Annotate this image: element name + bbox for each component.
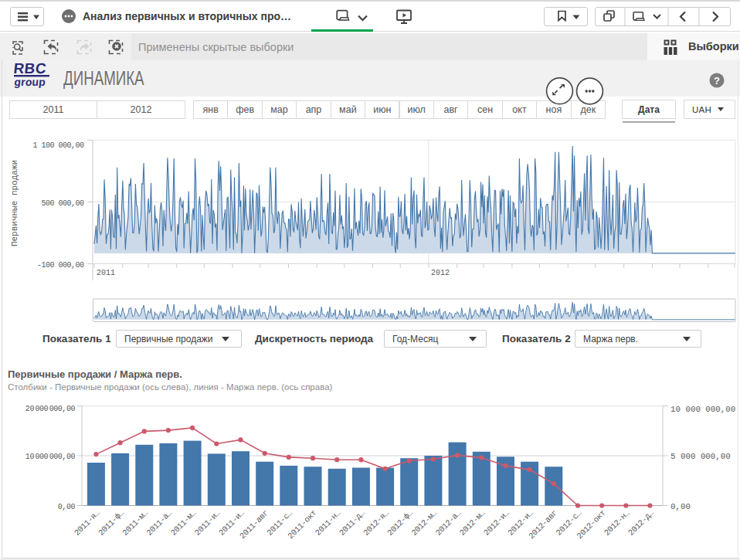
svg-text:2012-м…: 2012-м… <box>458 508 487 538</box>
svg-text:10 000 000,00: 10 000 000,00 <box>670 405 735 414</box>
svg-text:2011-и…: 2011-и… <box>193 508 222 538</box>
svg-text:2012-н…: 2012-н… <box>603 508 632 538</box>
svg-text:2012-ф…: 2012-ф… <box>385 508 415 538</box>
svg-text:2011-я…: 2011-я… <box>73 508 102 538</box>
svg-text:0,00: 0,00 <box>58 503 76 511</box>
svg-text:5 000 000,00: 5 000 000,00 <box>670 452 731 461</box>
svg-text:20 000 000,00: 20 000 000,00 <box>25 405 76 413</box>
svg-text:2011-м…: 2011-м… <box>121 508 150 538</box>
svg-text:2011-ф…: 2011-ф… <box>97 508 126 538</box>
svg-text:2011-д…: 2011-д… <box>338 508 367 538</box>
svg-text:2012-а…: 2012-а… <box>434 508 463 538</box>
svg-text:2012-д…: 2012-д… <box>626 508 656 538</box>
svg-text:2011-м…: 2011-м… <box>169 508 199 538</box>
svg-text:2012-м…: 2012-м… <box>409 508 439 538</box>
svg-text:10 000 000,00: 10 000 000,00 <box>25 453 76 461</box>
svg-text:2011-н…: 2011-н… <box>314 508 343 538</box>
svg-text:2012-я…: 2012-я… <box>362 508 391 538</box>
svg-text:2011-а…: 2011-а… <box>144 508 174 538</box>
svg-text:2012-и…: 2012-и… <box>482 508 511 538</box>
svg-text:0,00: 0,00 <box>670 502 691 511</box>
